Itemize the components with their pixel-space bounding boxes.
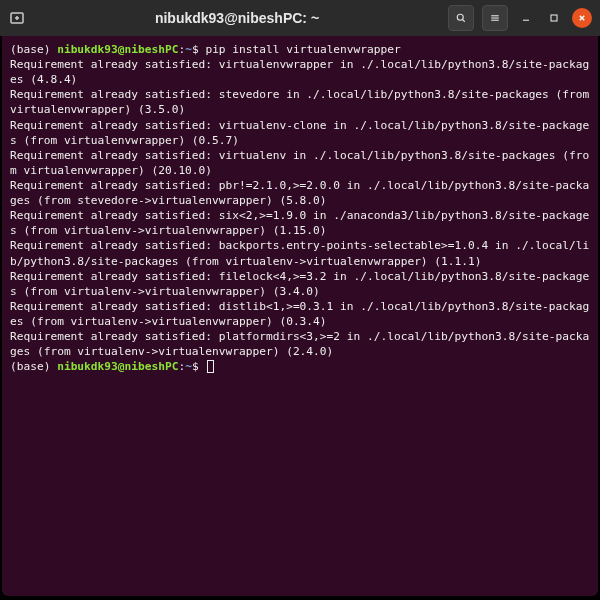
output-line: Requirement already satisfied: backports…	[10, 238, 590, 268]
cursor-icon	[207, 360, 214, 373]
command-text: pip install virtualenvwrapper	[205, 43, 400, 56]
minimize-button[interactable]	[516, 5, 536, 31]
cwd: ~	[185, 360, 192, 373]
hamburger-menu-button[interactable]	[482, 5, 508, 31]
prompt-symbol: $	[192, 360, 205, 373]
new-tab-icon[interactable]	[8, 9, 26, 27]
output-line: Requirement already satisfied: stevedore…	[10, 87, 590, 117]
conda-env: (base)	[10, 43, 57, 56]
conda-env: (base)	[10, 360, 57, 373]
maximize-button[interactable]	[544, 5, 564, 31]
user-host: nibukdk93@nibeshPC	[57, 360, 178, 373]
titlebar-left	[8, 9, 26, 27]
close-button[interactable]	[572, 8, 592, 28]
prompt-symbol: $	[192, 43, 205, 56]
output-line: Requirement already satisfied: platformd…	[10, 329, 590, 359]
titlebar-right	[448, 5, 592, 31]
prompt-line-1: (base) nibukdk93@nibeshPC:~$ pip install…	[10, 42, 590, 57]
output-line: Requirement already satisfied: virtualen…	[10, 148, 590, 178]
window-title: nibukdk93@nibeshPC: ~	[34, 10, 440, 26]
output-line: Requirement already satisfied: six<2,>=1…	[10, 208, 590, 238]
output-line: Requirement already satisfied: filelock<…	[10, 269, 590, 299]
output-line: Requirement already satisfied: pbr!=2.1.…	[10, 178, 590, 208]
svg-point-3	[457, 14, 463, 20]
svg-rect-9	[551, 15, 557, 21]
output-line: Requirement already satisfied: distlib<1…	[10, 299, 590, 329]
titlebar: nibukdk93@nibeshPC: ~	[0, 0, 600, 36]
terminal-body[interactable]: (base) nibukdk93@nibeshPC:~$ pip install…	[2, 36, 598, 596]
cwd: ~	[185, 43, 192, 56]
output-line: Requirement already satisfied: virtualen…	[10, 118, 590, 148]
prompt-line-2: (base) nibukdk93@nibeshPC:~$	[10, 359, 590, 374]
user-host: nibukdk93@nibeshPC	[57, 43, 178, 56]
svg-line-4	[463, 20, 465, 22]
search-button[interactable]	[448, 5, 474, 31]
output-line: Requirement already satisfied: virtualen…	[10, 57, 590, 87]
